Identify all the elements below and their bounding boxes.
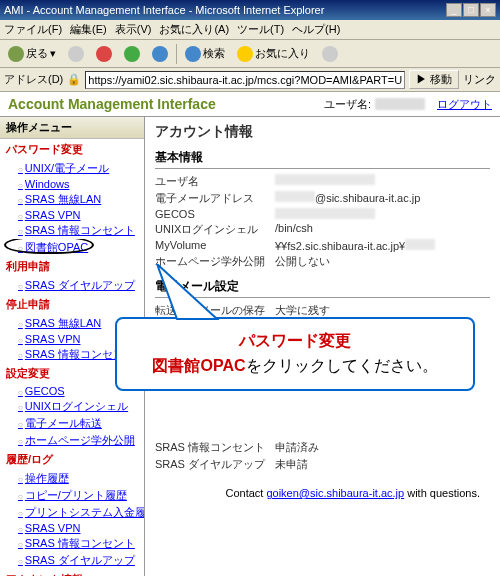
row-dial: SRAS ダイヤルアップ未申請	[155, 456, 490, 473]
toolbar: 戻る ▾ 検索 お気に入り	[0, 40, 500, 68]
section-history: 履歴/ログ	[0, 449, 144, 470]
main-area: 操作メニュー パスワード変更 UNIX/電子メール Windows SRAS 無…	[0, 117, 500, 576]
address-input[interactable]	[85, 71, 405, 89]
home-icon	[152, 46, 168, 62]
section-password: パスワード変更	[0, 139, 144, 160]
lock-icon: 🔒	[67, 73, 81, 86]
sidebar-item[interactable]: UNIXログインシェル	[0, 398, 144, 415]
contact-link[interactable]: goiken@sic.shibaura-it.ac.jp	[266, 487, 404, 499]
stop-icon	[96, 46, 112, 62]
menu-tools[interactable]: ツール(T)	[237, 22, 284, 37]
go-button[interactable]: ▶ 移動	[409, 70, 459, 89]
row-gecos: GECOS	[155, 207, 490, 221]
stop-button[interactable]	[92, 44, 116, 64]
user-value	[375, 98, 425, 110]
content-title: アカウント情報	[155, 123, 490, 141]
app-header: Account Management Interface ユーザ名: ログアウト	[0, 92, 500, 117]
sidebar-item[interactable]: ホームページ学外公開	[0, 432, 144, 449]
sidebar-item-sras-wlan[interactable]: SRAS 無線LAN	[0, 191, 144, 208]
address-bar: アドレス(D) 🔒 ▶ 移動 リンク	[0, 68, 500, 92]
row-myvol: MyVolume¥¥fs2.sic.shibaura-it.ac.jp¥	[155, 238, 490, 253]
sidebar-item-unix[interactable]: UNIX/電子メール	[0, 160, 144, 177]
sidebar-item[interactable]: 操作履歴	[0, 470, 144, 487]
back-icon	[8, 46, 24, 62]
callout-line1: パスワード変更	[129, 331, 461, 352]
row-user: ユーザ名	[155, 173, 490, 190]
sidebar-item[interactable]: 電子メール転送	[0, 415, 144, 432]
app-title: Account Management Interface	[8, 96, 324, 112]
menu-help[interactable]: ヘルプ(H)	[292, 22, 340, 37]
refresh-button[interactable]	[120, 44, 144, 64]
sidebar-item[interactable]: SRAS 情報コンセント	[0, 535, 144, 552]
svg-marker-0	[157, 264, 217, 319]
links-label[interactable]: リンク	[463, 72, 496, 87]
forward-icon	[68, 46, 84, 62]
sidebar-item[interactable]: プリントシステム入金履歴	[0, 504, 144, 521]
sidebar-header: 操作メニュー	[0, 117, 144, 139]
menu-edit[interactable]: 編集(E)	[70, 22, 107, 37]
home-button[interactable]	[148, 44, 172, 64]
section-account: アカウント情報	[0, 569, 144, 576]
refresh-icon	[124, 46, 140, 62]
sidebar-item-opac[interactable]: 図書館OPAC	[0, 239, 144, 256]
callout-pointer	[147, 264, 227, 324]
sidebar-item-sras-vpn[interactable]: SRAS VPN	[0, 208, 144, 222]
window-title: AMI - Account Management Interface - Mic…	[4, 4, 446, 16]
sidebar-item[interactable]: コピー/プリント履歴	[0, 487, 144, 504]
search-button[interactable]: 検索	[181, 44, 229, 64]
menu-favorites[interactable]: お気に入り(A)	[159, 22, 229, 37]
menu-file[interactable]: ファイル(F)	[4, 22, 62, 37]
star-icon	[237, 46, 253, 62]
callout-line2: 図書館OPACをクリックしてください。	[129, 356, 461, 377]
section-apply: 利用申請	[0, 256, 144, 277]
sidebar-item-sras-dial[interactable]: SRAS ダイヤルアップ	[0, 277, 144, 294]
row-consent: SRAS 情報コンセント申請済み	[155, 439, 490, 456]
history-button[interactable]	[318, 44, 342, 64]
close-button[interactable]: ×	[480, 3, 496, 17]
sidebar-item[interactable]: SRAS ダイヤルアップ	[0, 552, 144, 569]
sidebar-item-windows[interactable]: Windows	[0, 177, 144, 191]
basic-title: 基本情報	[155, 149, 490, 169]
sidebar-item-sras-consent[interactable]: SRAS 情報コンセント	[0, 222, 144, 239]
menubar: ファイル(F) 編集(E) 表示(V) お気に入り(A) ツール(T) ヘルプ(…	[0, 20, 500, 40]
forward-button[interactable]	[64, 44, 88, 64]
favorites-button[interactable]: お気に入り	[233, 44, 314, 64]
row-email: 電子メールアドレス@sic.shibaura-it.ac.jp	[155, 190, 490, 207]
history-icon	[322, 46, 338, 62]
instruction-callout: パスワード変更 図書館OPACをクリックしてください。	[115, 317, 475, 391]
sidebar-item[interactable]: SRAS VPN	[0, 521, 144, 535]
window-titlebar: AMI - Account Management Interface - Mic…	[0, 0, 500, 20]
content-panel: アカウント情報 基本情報 ユーザ名 電子メールアドレス@sic.shibaura…	[145, 117, 500, 576]
minimize-button[interactable]: _	[446, 3, 462, 17]
maximize-button[interactable]: □	[463, 3, 479, 17]
back-button[interactable]: 戻る ▾	[4, 44, 60, 64]
search-icon	[185, 46, 201, 62]
window-buttons: _ □ ×	[446, 3, 496, 17]
section-stop: 停止申請	[0, 294, 144, 315]
menu-view[interactable]: 表示(V)	[115, 22, 152, 37]
address-label: アドレス(D)	[4, 72, 63, 87]
footer: Contact goiken@sic.shibaura-it.ac.jp wit…	[155, 473, 490, 505]
user-label: ユーザ名:	[324, 97, 371, 112]
logout-link[interactable]: ログアウト	[437, 97, 492, 112]
row-shell: UNIXログインシェル/bin/csh	[155, 221, 490, 238]
toolbar-separator	[176, 44, 177, 64]
